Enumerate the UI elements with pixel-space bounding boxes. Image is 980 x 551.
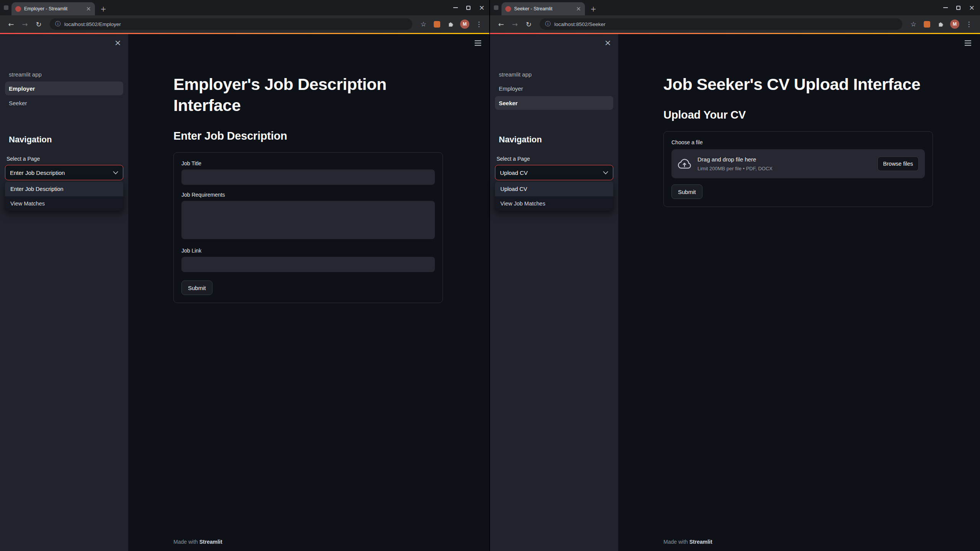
submit-button[interactable]: Submit: [671, 184, 702, 199]
forward-button[interactable]: →: [508, 18, 521, 31]
section-heading: Enter Job Description: [173, 130, 443, 142]
minimize-button[interactable]: [943, 7, 948, 8]
sidebar-page-seeker[interactable]: Seeker: [5, 96, 123, 110]
tab-title: Seeker - Streamlit: [514, 6, 573, 11]
page-selectbox[interactable]: Upload CV: [495, 165, 613, 180]
maximize-button[interactable]: [466, 6, 470, 10]
profile-avatar[interactable]: M: [460, 20, 469, 29]
page-nav: Employer Seeker: [5, 82, 123, 110]
app-menu-icon[interactable]: [474, 40, 482, 47]
job-title-input[interactable]: [181, 170, 435, 185]
reload-button[interactable]: ↻: [32, 18, 45, 31]
tab-title: Employer - Streamlit: [24, 6, 83, 11]
content-block: Employer's Job Description Interface Ent…: [173, 34, 443, 303]
back-button[interactable]: ←: [5, 18, 18, 31]
chevron-down-icon: [113, 171, 118, 174]
navigation-heading: Navigation: [5, 134, 123, 145]
tab-employer[interactable]: Employer - Streamlit ×: [11, 2, 95, 15]
selectbox-dropdown: Enter Job Description View Matches: [5, 182, 123, 211]
tab-close-icon[interactable]: ×: [86, 6, 91, 12]
sidebar-page-seeker[interactable]: Seeker: [495, 96, 613, 110]
browser-window-seeker: Seeker - Streamlit × + × ← → ↻ ⓘ localho…: [490, 0, 980, 551]
cv-uploader-card: Choose a file Drag and drop file here Li…: [663, 131, 933, 207]
minimize-button[interactable]: [453, 7, 458, 8]
sidebar-close-icon[interactable]: ×: [114, 39, 121, 47]
job-link-widget: Job Link: [181, 248, 435, 272]
address-bar[interactable]: ⓘ localhost:8502/Employer: [50, 18, 412, 30]
sidebar: × streamlit app Employer Seeker Navigati…: [0, 34, 128, 551]
drag-drop-text: Drag and drop file here: [697, 156, 773, 163]
sidebar-close-icon[interactable]: ×: [604, 39, 611, 47]
footer-text: Made with: [663, 539, 689, 545]
app-nav-title: streamlit app: [5, 71, 123, 78]
bookmark-star-icon[interactable]: ☆: [418, 19, 428, 29]
app-nav-title: streamlit app: [495, 71, 613, 78]
main-content: Employer's Job Description Interface Ent…: [128, 34, 490, 551]
browse-files-button[interactable]: Browse files: [877, 156, 919, 171]
browser-menu-icon[interactable]: ⋮: [474, 19, 484, 29]
extension-icon[interactable]: [434, 21, 440, 28]
close-window-button[interactable]: ×: [969, 4, 975, 11]
chevron-down-icon: [603, 171, 608, 174]
dropdown-option-upload-cv[interactable]: Upload CV: [495, 182, 613, 196]
page-selectbox[interactable]: Enter Job Description: [5, 165, 123, 180]
new-tab-button[interactable]: +: [588, 3, 599, 14]
streamlit-app-employer: × streamlit app Employer Seeker Navigati…: [0, 33, 490, 551]
job-link-input[interactable]: [181, 257, 435, 272]
page-title: Job Seeker's CV Upload Interface: [663, 74, 933, 95]
forward-button[interactable]: →: [18, 18, 31, 31]
sidebar: × streamlit app Employer Seeker Navigati…: [490, 34, 618, 551]
content-block: Job Seeker's CV Upload Interface Upload …: [663, 34, 933, 207]
streamlit-footer: Made with Streamlit: [663, 539, 712, 545]
main-content: Job Seeker's CV Upload Interface Upload …: [618, 34, 980, 551]
cloud-upload-icon: [678, 158, 691, 169]
footer-text: Made with: [173, 539, 199, 545]
app-menu-icon[interactable]: [964, 40, 972, 47]
window-icon: [4, 5, 8, 10]
tab-close-icon[interactable]: ×: [576, 6, 581, 12]
url-text: localhost:8502/Employer: [64, 21, 121, 27]
address-bar[interactable]: ⓘ localhost:8502/Seeker: [540, 18, 902, 30]
back-button[interactable]: ←: [495, 18, 508, 31]
new-tab-button[interactable]: +: [98, 3, 109, 14]
profile-avatar[interactable]: M: [950, 20, 959, 29]
extensions-puzzle-icon[interactable]: [446, 19, 456, 29]
maximize-button[interactable]: [956, 6, 960, 10]
browser-menu-icon[interactable]: ⋮: [964, 19, 974, 29]
dropdown-option-enter-job-description[interactable]: Enter Job Description: [5, 182, 123, 196]
job-requirements-label: Job Requirements: [181, 192, 435, 198]
streamlit-favicon-icon: [505, 6, 511, 12]
sidebar-page-employer[interactable]: Employer: [5, 82, 123, 95]
extensions-puzzle-icon[interactable]: [936, 19, 946, 29]
submit-button[interactable]: Submit: [181, 280, 212, 295]
tab-strip: Seeker - Streamlit × + ×: [490, 0, 980, 15]
dropzone-text: Drag and drop file here Limit 200MB per …: [697, 156, 773, 172]
tab-seeker[interactable]: Seeker - Streamlit ×: [501, 2, 585, 15]
streamlit-app-seeker: × streamlit app Employer Seeker Navigati…: [490, 33, 980, 551]
job-link-label: Job Link: [181, 248, 435, 254]
page-title: Employer's Job Description Interface: [173, 74, 443, 116]
streamlit-favicon-icon: [15, 6, 21, 12]
file-dropzone[interactable]: Drag and drop file here Limit 200MB per …: [671, 149, 925, 178]
site-info-icon[interactable]: ⓘ: [545, 21, 550, 28]
dropdown-option-view-job-matches[interactable]: View Job Matches: [495, 196, 613, 211]
tab-strip: Employer - Streamlit × + ×: [0, 0, 490, 15]
job-requirements-textarea[interactable]: [181, 201, 435, 239]
page-nav: Employer Seeker: [495, 82, 613, 110]
site-info-icon[interactable]: ⓘ: [55, 21, 60, 28]
dropdown-option-view-matches[interactable]: View Matches: [5, 196, 123, 211]
select-page-label: Select a Page: [495, 156, 613, 162]
section-heading: Upload Your CV: [663, 109, 933, 121]
job-title-label: Job Title: [181, 160, 435, 166]
close-window-button[interactable]: ×: [479, 4, 485, 11]
reload-button[interactable]: ↻: [522, 18, 535, 31]
url-text: localhost:8502/Seeker: [554, 21, 606, 27]
bookmark-star-icon[interactable]: ☆: [908, 19, 918, 29]
extension-icon[interactable]: [924, 21, 930, 28]
sidebar-page-employer[interactable]: Employer: [495, 82, 613, 95]
browser-toolbar: ← → ↻ ⓘ localhost:8502/Employer ☆ M ⋮: [0, 15, 490, 33]
select-page-label: Select a Page: [5, 156, 123, 162]
browser-toolbar: ← → ↻ ⓘ localhost:8502/Seeker ☆ M ⋮: [490, 15, 980, 33]
job-requirements-widget: Job Requirements: [181, 192, 435, 241]
selectbox-value: Enter Job Description: [10, 170, 65, 176]
